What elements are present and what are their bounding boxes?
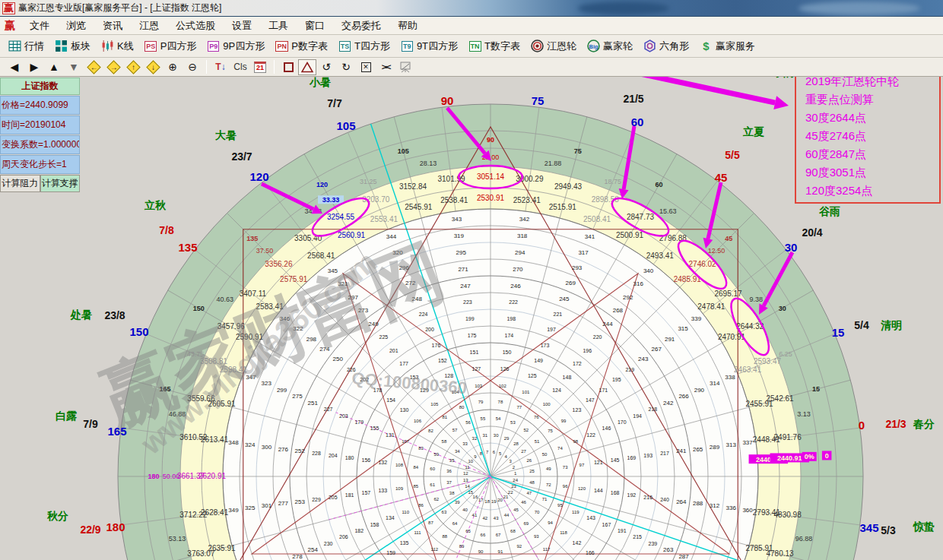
toolbar-button-p-table[interactable]: PNP数字表 (270, 38, 333, 55)
menu-item-公式选股[interactable]: 公式选股 (167, 17, 224, 34)
window-title: 赢家江恩专业版[赢家服务平台] - [上证指数 江恩轮] (18, 2, 221, 14)
hexagon-icon (643, 40, 656, 52)
toolbar-button-9t-square[interactable]: T99T四方形 (395, 38, 463, 55)
annotation-line-2: 30度2644点 (805, 109, 939, 127)
draw-tool-easel[interactable] (395, 59, 415, 75)
info-row-2: 变换系数=1.000000 (0, 135, 80, 154)
toolbar-button-winner-service[interactable]: $赢家服务 (694, 38, 760, 55)
toolbar-label-p-square: P四方形 (160, 40, 197, 53)
draw-tool-triangle-tool[interactable] (298, 59, 316, 75)
draw-tool-diamond-down[interactable]: ↓ (143, 59, 163, 75)
t-table-icon: TN (468, 40, 481, 52)
menu-item-设置[interactable]: 设置 (224, 17, 260, 34)
info-panel-rows: 价格=2440.9099时间=20190104变换系数=1.000000周天变化… (0, 96, 80, 174)
toolbar-button-kline[interactable]: K线 (96, 38, 139, 55)
svg-text:$: $ (703, 40, 710, 52)
toolbar-label-t-square: T四方形 (354, 40, 390, 53)
info-row-0: 价格=2440.9099 (0, 96, 80, 115)
svg-text:Big: Big (589, 43, 599, 50)
toolbar-separator (206, 60, 207, 74)
button-计算阻力[interactable]: 计算阻力 (0, 175, 40, 192)
title-bar: 赢 赢家江恩专业版[赢家服务平台] - [上证指数 江恩轮] (0, 0, 943, 17)
button-计算支撑[interactable]: 计算支撑 (40, 175, 81, 192)
draw-tool-rotate-cw[interactable]: ↻ (336, 59, 356, 75)
toolbar-label-gann-wheel: 江恩轮 (547, 40, 576, 53)
toolbar-button-p-square[interactable]: PSP四方形 (139, 38, 202, 55)
annotation-line-6: 120度3254点 (805, 182, 939, 200)
toolbar-button-t-table[interactable]: TNT数字表 (463, 38, 525, 55)
kline-icon (101, 40, 114, 52)
winner-service-icon: $ (700, 40, 713, 52)
toolbar-label-quotes: 行情 (24, 40, 44, 53)
toolbar-button-9p-square[interactable]: P99P四方形 (202, 38, 270, 55)
toolbar-label-winner-service: 赢家服务 (716, 40, 755, 53)
9t-square-icon: T9 (401, 40, 414, 52)
quotes-icon (8, 40, 21, 52)
toolbar-label-sectors: 板块 (71, 40, 90, 53)
toolbar-label-9t-square: 9T四方形 (417, 40, 458, 53)
draw-tool-diamond-left[interactable]: ← (84, 59, 103, 75)
toolbar-button-sectors[interactable]: 板块 (49, 38, 96, 55)
symbol-name: 上证指数 (0, 78, 80, 95)
app-window: { "window": { "title": "赢家江恩专业版[赢家服务平台] … (0, 0, 943, 560)
info-panel-buttons: 计算阻力计算支撑 (0, 175, 80, 192)
draw-tool-cls-button[interactable]: Cls (230, 59, 250, 75)
winner-wheel-icon: Big (587, 40, 600, 52)
toolbar-label-kline: K线 (117, 40, 134, 53)
info-panel: 上证指数 价格=2440.9099时间=20190104变换系数=1.00000… (0, 78, 80, 192)
menu-item-工具[interactable]: 工具 (260, 17, 297, 34)
draw-tool-diamond-right[interactable]: → (103, 59, 123, 75)
toolbar-label-t-table: T数字表 (484, 40, 520, 53)
draw-tool-time-axis[interactable]: T↓ (211, 59, 230, 75)
annotation-box: 2019年江恩轮中轮重要点位测算30度2644点45度2746点60度2847点… (795, 67, 941, 204)
t-square-icon: TS (338, 40, 351, 52)
draw-tool-square-tool[interactable] (278, 59, 298, 75)
draw-tool-rotate-ccw[interactable]: ↺ (316, 59, 336, 75)
draw-tool-down-arrow[interactable]: ▼ (64, 59, 84, 75)
draw-tool-zoom-in[interactable]: ⊕ (163, 59, 183, 75)
sectors-icon (55, 40, 68, 52)
toolbar-label-winner-wheel: 赢家轮 (603, 40, 633, 53)
menu-item-浏览[interactable]: 浏览 (58, 17, 94, 34)
toolbar-separator (274, 60, 275, 74)
annotation-line-4: 60度2847点 (805, 145, 939, 163)
main-toolbar: 行情板块K线PSP四方形P99P四方形PNP数字表TST四方形T99T四方形TN… (0, 35, 943, 58)
toolbar-button-t-square[interactable]: TST四方形 (333, 38, 395, 55)
menu-item-资讯[interactable]: 资讯 (94, 17, 131, 34)
annotation-line-5: 90度3051点 (805, 163, 939, 182)
menu-bar-items: 文件浏览资讯江恩公式选股设置工具窗口交易委托帮助 (21, 17, 426, 34)
9p-square-icon: P9 (207, 40, 220, 52)
toolbar-button-quotes[interactable]: 行情 (3, 38, 49, 55)
annotation-line-1: 重要点位测算 (805, 90, 939, 109)
draw-tool-next-arrow[interactable]: ▶ (24, 59, 44, 75)
draw-tool-up-arrow[interactable]: ▲ (44, 59, 64, 75)
titlebar-decoration (799, 2, 920, 15)
toolbar-button-winner-wheel[interactable]: Big赢家轮 (582, 38, 638, 55)
draw-tool-delete-box[interactable]: ✕ (356, 59, 376, 75)
titlebar-decoration (578, 2, 669, 15)
draw-tool-zoom-out[interactable]: ⊖ (183, 59, 202, 75)
toolbar-button-hexagon[interactable]: 六角形 (638, 38, 694, 55)
p-table-icon: PN (275, 40, 288, 52)
menu-item-交易委托[interactable]: 交易委托 (333, 17, 389, 34)
app-icon: 赢 (2, 2, 15, 14)
toolbar-label-p-table: P数字表 (291, 40, 328, 53)
menu-item-文件[interactable]: 文件 (21, 17, 58, 34)
toolbar-button-gann-wheel[interactable]: 江恩轮 (525, 38, 582, 55)
draw-tool-calendar[interactable]: 21 (250, 59, 270, 75)
gann-wheel-icon (531, 40, 544, 52)
menu-logo-icon: 赢 (5, 19, 15, 33)
toolbar-label-9p-square: 9P四方形 (223, 40, 265, 53)
info-row-1: 时间=20190104 (0, 115, 80, 134)
p-square-icon: PS (144, 40, 157, 52)
menu-item-窗口[interactable]: 窗口 (297, 17, 333, 34)
drawing-toolbar: ◀▶▲▼←→↑↓⊕⊖T↓Cls21↺↻✕>•< (0, 58, 943, 77)
draw-tool-prev-arrow[interactable]: ◀ (5, 59, 24, 75)
menu-item-江恩[interactable]: 江恩 (131, 17, 167, 34)
menu-item-帮助[interactable]: 帮助 (389, 17, 426, 34)
toolbar-label-hexagon: 六角形 (659, 40, 689, 53)
draw-tool-center-mark[interactable]: >•< (376, 59, 395, 75)
annotation-line-3: 45度2746点 (805, 127, 939, 145)
info-row-3: 周天变化步长=1 (0, 155, 80, 174)
draw-tool-diamond-up[interactable]: ↑ (123, 59, 143, 75)
